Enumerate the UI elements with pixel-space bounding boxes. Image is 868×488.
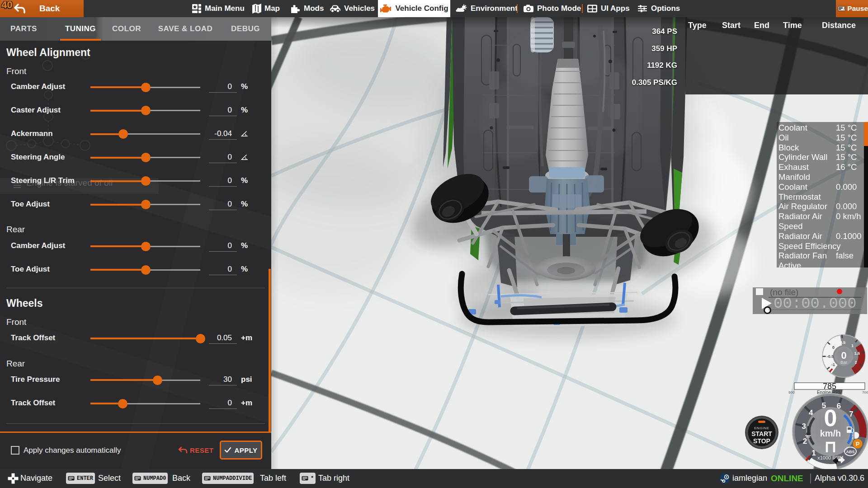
svg-text:ABS: ABS — [846, 450, 854, 454]
svg-text:2: 2 — [855, 360, 857, 365]
svg-text:7: 7 — [849, 410, 853, 418]
svg-text:STOP: STOP — [753, 437, 770, 445]
svg-text:1: 1 — [811, 449, 816, 457]
svg-text:-0.5: -0.5 — [827, 354, 834, 359]
svg-text:J: J — [843, 7, 845, 10]
svg-text:0: 0 — [824, 405, 837, 431]
svg-text:7000: 7000 — [862, 390, 868, 394]
svg-text:6: 6 — [837, 402, 841, 410]
svg-text:START: START — [751, 430, 772, 437]
svg-text:1.5: 1.5 — [854, 351, 860, 356]
svg-text:km/h: km/h — [820, 428, 841, 438]
svg-text:785: 785 — [823, 382, 836, 391]
svg-text:0: 0 — [832, 345, 835, 350]
svg-text:600: 600 — [788, 390, 795, 394]
svg-text:ENGINE: ENGINE — [754, 426, 769, 430]
svg-text:2: 2 — [803, 437, 807, 446]
svg-text:4: 4 — [809, 408, 813, 417]
svg-text:Bar: Bar — [840, 360, 847, 365]
svg-text:1: 1 — [851, 343, 854, 348]
svg-text:-1: -1 — [831, 362, 835, 367]
svg-text:3: 3 — [802, 422, 806, 431]
svg-text:P: P — [856, 441, 860, 447]
svg-text:0.5: 0.5 — [840, 340, 846, 345]
